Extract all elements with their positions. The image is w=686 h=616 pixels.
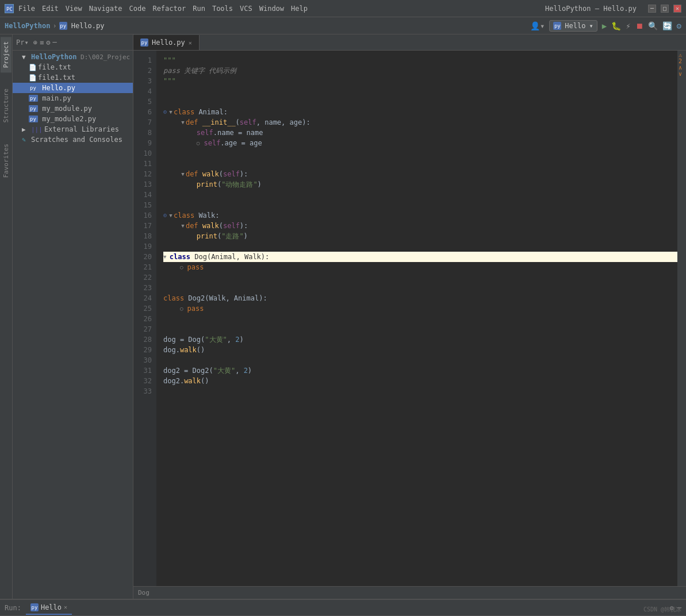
- run-button[interactable]: ▶: [602, 21, 607, 30]
- bottom-panel-tabs: Run: py Hello ✕ ⚙ ─: [0, 600, 686, 616]
- python-file-icon: py: [29, 105, 38, 112]
- tab-label: Hello.py: [152, 38, 185, 47]
- editor-hint-bar: Dog: [133, 586, 686, 599]
- plugins-button[interactable]: ⚙: [677, 21, 681, 30]
- code-content[interactable]: """ pass 关键字 代码示例 """ ⊙▼class Animal: ▼d…: [156, 51, 677, 586]
- code-line-18: print("走路"): [163, 231, 677, 241]
- python-file-icon: py: [29, 116, 38, 122]
- code-line-12: ▼def walk(self):: [163, 169, 677, 179]
- sidebar-tabs: Project Structure Favorites: [0, 34, 13, 599]
- extlibs-label: External Libraries: [44, 125, 119, 133]
- main-layout: Project Structure Favorites Pr▾ ⊕ ≡ ⚙ ─ …: [0, 34, 686, 599]
- code-line-21: ○ pass: [163, 262, 677, 272]
- code-line-8: self.name = name: [163, 128, 677, 138]
- editor-tabs: py Hello.py ✕: [133, 34, 686, 51]
- menu-refactor[interactable]: Refactor: [152, 5, 186, 13]
- file-label-mainpy: main.py: [38, 94, 71, 102]
- code-line-23: [163, 283, 677, 293]
- project-root-label: HelloPython: [31, 53, 76, 61]
- code-line-30: [163, 355, 677, 365]
- window-controls[interactable]: ─ □ ✕: [648, 5, 681, 13]
- code-line-22: [163, 272, 677, 283]
- code-line-11: [163, 159, 677, 169]
- update-button[interactable]: 🔄: [662, 21, 672, 30]
- bottom-panel: Run: py Hello ✕ ⚙ ─ ▶ ↑ 🔧 ⏹ ⇩ ↑ ↓ 🖨 🗑 D:…: [0, 599, 686, 616]
- tree-item-scratches[interactable]: ✎ Scratches and Consoles: [13, 134, 133, 145]
- code-line-5: [163, 97, 677, 107]
- minimize-button[interactable]: ─: [648, 5, 656, 13]
- project-root-path: D:\002_Projec: [76, 53, 130, 61]
- tree-item-mymodule[interactable]: py my_module.py: [13, 103, 133, 114]
- mro-hint: Dog: [138, 589, 150, 596]
- code-line-15: [163, 200, 677, 210]
- code-line-27: [163, 324, 677, 334]
- file-icon: 📄: [29, 74, 38, 82]
- app-icon: PC: [5, 4, 14, 13]
- tree-item-extlibs[interactable]: ▶ ||| External Libraries: [13, 124, 133, 134]
- file-label-mymodule2: my_module2.py: [38, 115, 96, 123]
- tab-close-button[interactable]: ✕: [189, 40, 192, 46]
- breadcrumb-project[interactable]: HelloPython: [5, 22, 50, 30]
- tree-item-hellopy[interactable]: py Hello.py: [13, 83, 133, 93]
- editor-wrapper[interactable]: 12345 678910 1112131415 1617181920 21222…: [133, 51, 686, 586]
- file-label-mymodule: my_module.py: [38, 105, 92, 113]
- breadcrumb-file[interactable]: Hello.py: [71, 22, 105, 30]
- breadcrumb-sep: ›: [52, 22, 56, 30]
- code-line-31: dog2 = Dog2("大黄", 2): [163, 365, 677, 376]
- project-settings[interactable]: ⚙: [46, 38, 50, 47]
- menu-help[interactable]: Help: [291, 5, 308, 13]
- folder-open-icon: ▼: [22, 53, 31, 61]
- sidebar-tab-structure[interactable]: Structure: [1, 84, 12, 128]
- tab-file-icon: py: [140, 38, 148, 47]
- run-tab[interactable]: py Hello ✕: [26, 601, 72, 615]
- project-scroll-up[interactable]: ⊕: [33, 38, 37, 47]
- nav-bar: HelloPython › py Hello.py 👤▾ py Hello ▾ …: [0, 17, 686, 34]
- menu-run[interactable]: Run: [193, 5, 205, 13]
- right-gutter: ⚠ 2 ∧ ∨: [677, 51, 686, 586]
- search-button[interactable]: 🔍: [648, 21, 658, 30]
- run-config-icon: py: [553, 22, 561, 30]
- code-line-14: [163, 190, 677, 200]
- tree-item-file1txt[interactable]: 📄 file1.txt: [13, 72, 133, 83]
- editor-tab-hellopy[interactable]: py Hello.py ✕: [133, 35, 200, 50]
- sidebar-tab-favorites[interactable]: Favorites: [1, 139, 12, 183]
- user-icon[interactable]: 👤▾: [530, 21, 545, 30]
- project-panel: Pr▾ ⊕ ≡ ⚙ ─ ▼ HelloPython D:\002_Projec …: [13, 34, 133, 599]
- run-label: Run:: [5, 604, 21, 612]
- menu-navigate[interactable]: Navigate: [89, 5, 122, 13]
- close-button[interactable]: ✕: [673, 5, 681, 13]
- menu-edit[interactable]: Edit: [42, 5, 59, 13]
- project-close[interactable]: ─: [52, 38, 56, 47]
- menu-code[interactable]: Code: [129, 5, 146, 13]
- maximize-button[interactable]: □: [661, 5, 669, 13]
- run-tab-icon: py: [30, 603, 39, 611]
- menu-window[interactable]: Window: [259, 5, 284, 13]
- stop-button[interactable]: ⏹: [635, 21, 643, 30]
- run-config-dropdown[interactable]: ▾: [589, 22, 593, 30]
- sidebar-tab-project[interactable]: Project: [1, 37, 12, 72]
- tree-item-mymodule2[interactable]: py my_module2.py: [13, 114, 133, 124]
- project-collapse[interactable]: ≡: [40, 38, 44, 47]
- menu-view[interactable]: View: [66, 5, 82, 13]
- run-tab-close[interactable]: ✕: [64, 604, 67, 610]
- tree-item-filetxt[interactable]: 📄 file.txt: [13, 62, 133, 72]
- menu-vcs[interactable]: VCS: [240, 5, 252, 13]
- window-title: HelloPython – Hello.py: [545, 5, 637, 13]
- coverage-button[interactable]: ⚡: [626, 21, 630, 30]
- run-config-group[interactable]: py Hello ▾: [549, 20, 597, 32]
- file-label-file1txt: file1.txt: [38, 74, 75, 82]
- menu-file[interactable]: File: [18, 5, 35, 13]
- project-dropdown-icon[interactable]: Pr▾: [16, 38, 29, 47]
- folder-closed-icon: ▶: [22, 126, 31, 133]
- code-line-13: print("动物走路"): [163, 179, 677, 190]
- menu-bar[interactable]: File Edit View Navigate Code Refactor Ru…: [18, 5, 308, 13]
- code-line-7: ▼def __init__(self, name, age):: [163, 117, 677, 128]
- menu-tools[interactable]: Tools: [212, 5, 233, 13]
- tree-item-root[interactable]: ▼ HelloPython D:\002_Projec: [13, 52, 133, 62]
- tree-item-mainpy[interactable]: py main.py: [13, 93, 133, 103]
- code-line-19: [163, 241, 677, 252]
- file-label-hellopy: Hello.py: [38, 84, 75, 92]
- run-config-name[interactable]: Hello: [565, 22, 585, 30]
- debug-button[interactable]: 🐛: [611, 21, 621, 30]
- extlibs-icon: |||: [31, 126, 43, 133]
